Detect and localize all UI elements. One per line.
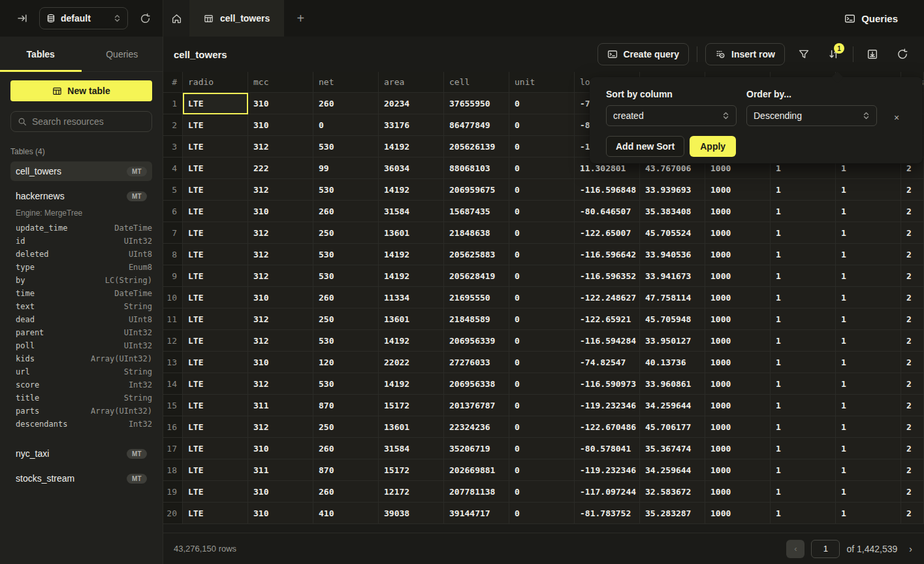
table-cell[interactable]: 1000 bbox=[705, 201, 771, 222]
table-cell[interactable]: 1 bbox=[771, 373, 836, 395]
remove-sort-button[interactable]: × bbox=[887, 107, 906, 128]
table-cell[interactable]: LTE bbox=[183, 330, 248, 352]
table-cell[interactable]: 1 bbox=[836, 459, 901, 481]
table-cell[interactable]: -116.596848 bbox=[575, 179, 640, 201]
new-table-button[interactable]: New table bbox=[10, 80, 152, 101]
table-cell[interactable]: 310 bbox=[248, 481, 313, 503]
table-cell[interactable]: 1 bbox=[836, 330, 901, 352]
sidebar-item-cell-towers[interactable]: cell_towers MT bbox=[10, 161, 152, 181]
table-cell[interactable]: 1 bbox=[836, 503, 901, 524]
refresh-databases-button[interactable] bbox=[137, 10, 153, 27]
table-cell[interactable]: LTE bbox=[183, 481, 248, 503]
table-cell[interactable]: LTE bbox=[183, 308, 248, 330]
prev-page-button[interactable]: ‹ bbox=[786, 540, 805, 558]
table-cell[interactable]: 2 bbox=[901, 373, 924, 395]
table-cell[interactable]: 1000 bbox=[705, 416, 771, 438]
table-cell[interactable]: 2 bbox=[901, 459, 924, 481]
column-header[interactable]: unit bbox=[509, 72, 575, 93]
table-cell[interactable]: LTE bbox=[183, 352, 248, 373]
home-button[interactable] bbox=[163, 0, 189, 37]
table-cell[interactable]: 1 bbox=[836, 265, 901, 287]
table-cell[interactable]: 201376787 bbox=[444, 395, 509, 416]
table-cell[interactable]: 21848638 bbox=[444, 222, 509, 244]
table-cell[interactable]: LTE bbox=[183, 287, 248, 308]
table-cell[interactable]: 2 bbox=[901, 201, 924, 222]
table-cell[interactable]: 2 bbox=[901, 244, 924, 265]
table-cell[interactable]: LTE bbox=[183, 503, 248, 524]
table-cell[interactable]: LTE bbox=[183, 459, 248, 481]
table-cell[interactable]: 14192 bbox=[379, 244, 444, 265]
sort-column-select[interactable]: created bbox=[606, 105, 737, 126]
table-cell[interactable]: 120 bbox=[313, 352, 379, 373]
table-cell[interactable]: LTE bbox=[183, 265, 248, 287]
table-cell[interactable]: 20234 bbox=[379, 93, 444, 114]
table-cell[interactable]: 47.758114 bbox=[640, 287, 705, 308]
table-cell[interactable]: 14192 bbox=[379, 179, 444, 201]
table-cell[interactable]: 312 bbox=[248, 265, 313, 287]
table-cell[interactable]: 0 bbox=[509, 416, 575, 438]
table-cell[interactable]: LTE bbox=[183, 373, 248, 395]
table-cell[interactable]: 1000 bbox=[705, 373, 771, 395]
sidebar-item-stocks-stream[interactable]: stocks_stream MT bbox=[10, 469, 152, 488]
table-cell[interactable]: LTE bbox=[183, 438, 248, 459]
table-cell[interactable]: 31584 bbox=[379, 201, 444, 222]
table-cell[interactable]: 530 bbox=[313, 373, 379, 395]
table-cell[interactable]: 33176 bbox=[379, 114, 444, 136]
table-cell[interactable]: 33.940536 bbox=[640, 244, 705, 265]
table-cell[interactable]: 0 bbox=[313, 114, 379, 136]
table-cell[interactable]: 1 bbox=[836, 179, 901, 201]
table-cell[interactable]: 0 bbox=[509, 136, 575, 158]
table-cell[interactable]: 1 bbox=[836, 373, 901, 395]
table-cell[interactable]: 1 bbox=[771, 330, 836, 352]
table-cell[interactable]: 310 bbox=[248, 93, 313, 114]
table-cell[interactable]: 21695550 bbox=[444, 287, 509, 308]
table-cell[interactable]: 1000 bbox=[705, 438, 771, 459]
table-cell[interactable]: 1 bbox=[836, 222, 901, 244]
table-cell[interactable]: 0 bbox=[509, 438, 575, 459]
table-cell[interactable]: 88068103 bbox=[444, 158, 509, 179]
table-cell[interactable]: -122.670486 bbox=[575, 416, 640, 438]
table-cell[interactable]: -122.65007 bbox=[575, 222, 640, 244]
table-cell[interactable]: -116.594284 bbox=[575, 330, 640, 352]
table-cell[interactable]: 0 bbox=[509, 395, 575, 416]
table-cell[interactable]: 39144717 bbox=[444, 503, 509, 524]
table-cell[interactable]: 45.705948 bbox=[640, 308, 705, 330]
add-new-sort-button[interactable]: Add new Sort bbox=[606, 136, 684, 157]
table-cell[interactable]: 312 bbox=[248, 373, 313, 395]
table-cell[interactable]: 2 bbox=[901, 416, 924, 438]
table-cell[interactable]: 2 bbox=[901, 352, 924, 373]
column-header[interactable]: area bbox=[379, 72, 444, 93]
table-cell[interactable]: 2 bbox=[901, 222, 924, 244]
queries-button[interactable]: Queries bbox=[844, 13, 898, 24]
table-cell[interactable]: 1 bbox=[836, 416, 901, 438]
table-cell[interactable]: 1 bbox=[771, 459, 836, 481]
table-cell[interactable]: 205626139 bbox=[444, 136, 509, 158]
table-cell[interactable]: 1 bbox=[836, 287, 901, 308]
table-cell[interactable]: 21848589 bbox=[444, 308, 509, 330]
table-cell[interactable]: 13601 bbox=[379, 416, 444, 438]
table-cell[interactable]: 1 bbox=[836, 308, 901, 330]
insert-row-button[interactable]: Insert row bbox=[705, 43, 785, 65]
table-cell[interactable]: 2 bbox=[901, 287, 924, 308]
table-cell[interactable]: 11334 bbox=[379, 287, 444, 308]
sidebar-item-nyc-taxi[interactable]: nyc_taxi MT bbox=[10, 444, 152, 463]
table-cell[interactable]: LTE bbox=[183, 395, 248, 416]
table-cell[interactable]: 13601 bbox=[379, 222, 444, 244]
table-cell[interactable]: -119.232346 bbox=[575, 459, 640, 481]
table-cell[interactable]: LTE bbox=[183, 201, 248, 222]
table-cell[interactable]: 206956339 bbox=[444, 330, 509, 352]
table-cell[interactable]: 35206719 bbox=[444, 438, 509, 459]
table-cell[interactable]: 1000 bbox=[705, 287, 771, 308]
table-cell[interactable]: 206956338 bbox=[444, 373, 509, 395]
column-header[interactable]: net bbox=[313, 72, 379, 93]
table-cell[interactable]: 312 bbox=[248, 136, 313, 158]
table-cell[interactable]: 206959675 bbox=[444, 179, 509, 201]
table-cell[interactable]: -116.590973 bbox=[575, 373, 640, 395]
table-cell[interactable]: 0 bbox=[509, 352, 575, 373]
sidebar-tab-queries[interactable]: Queries bbox=[82, 37, 163, 71]
table-cell[interactable]: -80.578041 bbox=[575, 438, 640, 459]
table-cell[interactable]: 0 bbox=[509, 265, 575, 287]
table-cell[interactable]: 530 bbox=[313, 330, 379, 352]
column-header[interactable]: radio bbox=[183, 72, 248, 93]
table-cell[interactable]: 310 bbox=[248, 503, 313, 524]
